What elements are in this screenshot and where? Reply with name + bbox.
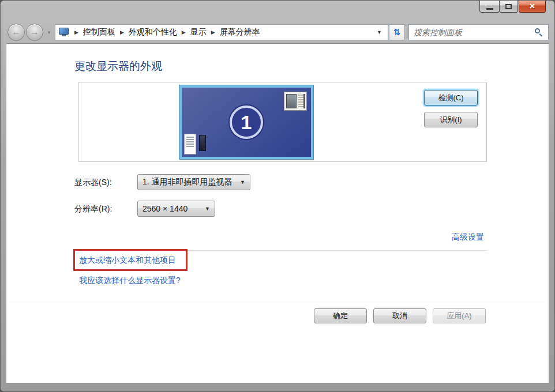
cancel-button[interactable]: 取消 (373, 308, 426, 323)
minimize-icon (486, 8, 493, 10)
breadcrumb-separator-icon: ▶ (74, 29, 78, 35)
close-button[interactable]: × (519, 1, 546, 13)
breadcrumb-separator-icon: ▶ (182, 29, 186, 35)
breadcrumb-item-display[interactable]: 显示 (190, 27, 207, 37)
chevron-down-icon: ▼ (240, 179, 245, 185)
back-button[interactable]: ← (7, 24, 25, 41)
apply-button-disabled: 应用(A) (433, 308, 486, 323)
recent-pages-caret-icon[interactable]: ▼ (47, 30, 51, 35)
breadcrumb-item-control-panel[interactable]: 控制面板 (83, 27, 115, 37)
display-label: 显示器(S): (74, 178, 112, 188)
ok-button[interactable]: 确定 (314, 308, 367, 323)
search-input[interactable] (414, 28, 534, 37)
footer-divider (6, 301, 549, 302)
search-box (408, 24, 549, 40)
mini-window-icon (284, 92, 307, 111)
refresh-button[interactable]: ⇅ (389, 24, 405, 40)
display-settings-help-link[interactable]: 我应该选择什么显示器设置? (79, 276, 181, 286)
maximize-button[interactable] (499, 1, 518, 13)
breadcrumb-item-appearance[interactable]: 外观和个性化 (129, 27, 177, 37)
monitor-1-graphic[interactable]: 1 (179, 85, 313, 159)
mini-panel-icon (199, 135, 206, 151)
screen-resolution-window: × ← → ▼ ▶ 控制面板 ▶ 外观和个性化 ▶ 显示 ▶ 屏幕分辨率 ▼ ⇅ (0, 0, 555, 392)
detect-button[interactable]: 检测(C) (424, 90, 478, 105)
breadcrumb-separator-icon: ▶ (120, 29, 124, 35)
search-icon (534, 28, 543, 37)
breadcrumb-item-screen-resolution[interactable]: 屏幕分辨率 (220, 27, 260, 37)
identify-button[interactable]: 识别(I) (424, 112, 478, 127)
make-text-larger-link[interactable]: 放大或缩小文本和其他项目 (79, 255, 176, 266)
content-area: 更改显示器的外观 1 检测(C) 识别(I) 显示器(S): 1. 通用非即插即… (6, 43, 549, 383)
display-select[interactable]: 1. 通用非即插即用监视器 ▼ (137, 174, 250, 190)
chevron-down-icon: ▼ (205, 206, 210, 212)
monitor-number-badge: 1 (230, 105, 263, 139)
maximize-icon (505, 4, 512, 9)
address-dropdown-caret-icon[interactable]: ▼ (374, 29, 384, 35)
monitor-number: 1 (241, 111, 252, 134)
display-select-value: 1. 通用非即插即用监视器 (142, 177, 232, 187)
section-divider (74, 250, 487, 251)
resolution-select-value: 2560 × 1440 (142, 204, 187, 213)
control-panel-icon (59, 28, 70, 37)
forward-arrow-icon: → (30, 27, 39, 37)
navigation-bar: ← → ▼ ▶ 控制面板 ▶ 外观和个性化 ▶ 显示 ▶ 屏幕分辨率 ▼ ⇅ (7, 24, 548, 41)
resolution-select[interactable]: 2560 × 1440 ▼ (137, 201, 215, 217)
breadcrumb-separator-icon: ▶ (211, 29, 215, 35)
monitor-preview-panel: 1 检测(C) 识别(I) (78, 82, 487, 162)
close-icon: × (530, 1, 535, 12)
minimize-button[interactable] (479, 1, 500, 13)
window-controls: × (480, 1, 546, 13)
page-title: 更改显示器的外观 (74, 59, 162, 74)
mini-document-icon (184, 134, 196, 154)
advanced-settings-link[interactable]: 高级设置 (452, 232, 484, 243)
forward-button[interactable]: → (26, 24, 43, 41)
breadcrumb: ▶ 控制面板 ▶ 外观和个性化 ▶ 显示 ▶ 屏幕分辨率 ▼ (55, 24, 388, 40)
refresh-icon: ⇅ (393, 27, 401, 37)
back-arrow-icon: ← (12, 27, 21, 37)
resolution-label: 分辨率(R): (74, 204, 112, 214)
